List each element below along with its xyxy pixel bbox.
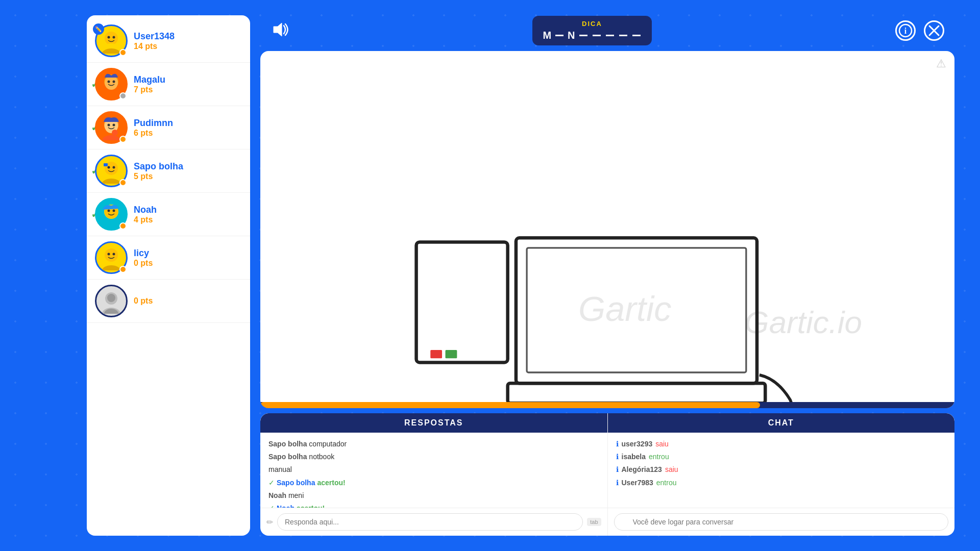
- canvas-area: ⚠ Gartic.io Gartic: [260, 51, 954, 408]
- chat-action: saiu: [655, 438, 669, 450]
- player-avatar-wrap: [95, 155, 128, 187]
- svg-rect-45: [446, 350, 457, 358]
- chat-item: ℹ Alegória123 saiu: [616, 463, 947, 476]
- tab-badge: tab: [587, 518, 601, 526]
- right-section: DICA M N i: [260, 15, 954, 536]
- check-mark: ✓: [268, 502, 275, 508]
- response-username: Sapo bolha: [268, 440, 307, 448]
- player-name: Sapo bolha: [134, 161, 242, 172]
- player-item: licy 0 pts: [87, 236, 250, 280]
- chat-header: CHAT: [608, 413, 955, 433]
- status-dot: [119, 136, 127, 143]
- info-button[interactable]: i: [895, 20, 916, 41]
- players-list: ✏️ User1348 14 pts ✓: [87, 15, 250, 536]
- responses-section: RESPOSTAS Sapo bolha computador Sapo bol…: [260, 413, 608, 536]
- chat-input[interactable]: [614, 513, 949, 531]
- top-icons: i: [895, 20, 944, 41]
- response-input-bar: ✏ tab: [260, 508, 607, 536]
- svg-rect-44: [430, 350, 442, 358]
- chat-content: ℹ user3293 saiu ℹ isabela entrou ℹ Alegó…: [608, 433, 955, 508]
- player-pts: 4 pts: [134, 215, 242, 224]
- player-info: licy 0 pts: [134, 248, 242, 268]
- hint-blank: [593, 35, 601, 36]
- warning-icon: ⚠: [936, 57, 946, 70]
- svg-rect-43: [416, 242, 508, 362]
- player-info: Noah 4 pts: [134, 205, 242, 224]
- chat-action: entrou: [656, 477, 677, 489]
- chat-input-bar: 🔍: [608, 508, 955, 536]
- response-username: Noah: [268, 491, 286, 499]
- player-item: ✏️ User1348 14 pts: [87, 19, 250, 63]
- player-avatar-wrap: [95, 111, 128, 144]
- svg-point-30: [108, 253, 110, 256]
- player-info: Magalu 7 pts: [134, 74, 242, 94]
- svg-point-25: [108, 210, 110, 212]
- chat-info-icon: ℹ: [616, 463, 619, 476]
- svg-marker-37: [274, 23, 282, 36]
- svg-point-29: [105, 248, 118, 262]
- response-acertou: acertou!: [297, 502, 325, 508]
- chat-username: user3293: [622, 438, 653, 450]
- svg-point-19: [108, 166, 110, 169]
- chat-username: User7983: [622, 477, 653, 489]
- svg-point-27: [102, 222, 120, 227]
- sound-button[interactable]: [271, 20, 289, 41]
- pencil-input-icon: ✏: [266, 517, 273, 527]
- player-name: User1348: [134, 31, 242, 42]
- avatar: [95, 285, 128, 317]
- svg-point-22: [102, 179, 120, 184]
- progress-bar-container: [260, 402, 954, 408]
- responses-header: RESPOSTAS: [260, 413, 607, 433]
- status-dot: [119, 92, 127, 99]
- bottom-panel: RESPOSTAS Sapo bolha computador Sapo bol…: [260, 413, 954, 536]
- status-dot: [119, 179, 127, 186]
- pencil-icon: ✏️: [93, 23, 104, 35]
- player-pts: 0 pts: [134, 259, 242, 268]
- chat-info-icon: ℹ: [616, 477, 619, 489]
- player-item: ✓ Noah 4 pts: [87, 193, 250, 236]
- svg-text:Gartic.io: Gartic.io: [745, 305, 862, 340]
- player-avatar-wrap: [95, 198, 128, 231]
- response-item: Sapo bolha computador: [268, 438, 599, 450]
- hint-blank: [619, 35, 627, 36]
- response-item: Sapo bolha notbook: [268, 450, 599, 463]
- svg-point-9: [113, 81, 115, 83]
- chat-info-icon: ℹ: [616, 450, 619, 463]
- response-item: Noah meni: [268, 489, 599, 502]
- hint-box: DICA M N: [532, 16, 651, 45]
- player-name: licy: [134, 248, 242, 259]
- top-toolbar: DICA M N i: [260, 15, 954, 46]
- player-info: User1348 14 pts: [134, 31, 242, 51]
- player-name: Pudimnn: [134, 118, 242, 129]
- svg-point-32: [102, 265, 120, 270]
- svg-text:i: i: [904, 27, 907, 35]
- hint-blank: [579, 35, 587, 36]
- hint-blank: [632, 35, 641, 36]
- player-pts: 14 pts: [134, 42, 242, 51]
- player-pts: 0 pts: [134, 296, 242, 306]
- chat-action: saiu: [665, 463, 678, 476]
- chat-item: ℹ isabela entrou: [616, 450, 947, 463]
- player-item: ✓ Sapo bolha 5 pts: [87, 149, 250, 193]
- chat-input-wrap: 🔍: [614, 513, 949, 531]
- chat-username: Alegória123: [622, 463, 662, 476]
- player-pts: 5 pts: [134, 172, 242, 181]
- response-input[interactable]: [277, 513, 583, 531]
- svg-point-1: [105, 32, 118, 45]
- svg-point-8: [108, 81, 110, 83]
- hint-label: DICA: [543, 20, 641, 28]
- response-username: Sapo bolha: [268, 453, 307, 461]
- close-button[interactable]: [924, 20, 944, 41]
- response-correct-item: ✓ Noah acertou!: [268, 502, 599, 508]
- player-name: Noah: [134, 205, 242, 215]
- chat-username: isabela: [622, 450, 646, 463]
- chat-action: entrou: [649, 450, 669, 463]
- svg-point-20: [113, 166, 115, 169]
- main-container: ✏️ User1348 14 pts ✓: [87, 15, 954, 536]
- svg-point-10: [102, 92, 120, 97]
- progress-bar-fill: [260, 402, 760, 408]
- svg-point-15: [102, 135, 120, 140]
- player-item: 0 pts: [87, 280, 250, 323]
- player-info: 0 pts: [134, 296, 242, 306]
- hint-letters: M N: [543, 30, 641, 41]
